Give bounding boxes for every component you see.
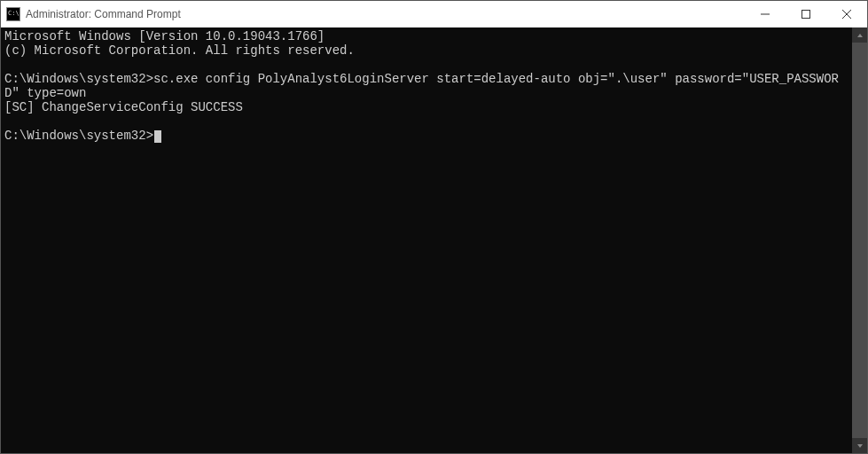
banner-line: (c) Microsoft Corporation. All rights re… <box>4 43 355 58</box>
titlebar[interactable]: C:\ Administrator: Command Prompt <box>1 1 867 27</box>
cmd-icon: C:\ <box>6 7 20 21</box>
close-button[interactable] <box>826 1 867 27</box>
scroll-down-button[interactable] <box>852 438 867 453</box>
window-controls <box>745 1 867 27</box>
banner-line: Microsoft Windows [Version 10.0.19043.17… <box>4 29 325 43</box>
scroll-up-button[interactable] <box>852 27 867 43</box>
window-title: Administrator: Command Prompt <box>26 8 181 20</box>
svg-marker-8 <box>857 444 863 448</box>
maximize-button[interactable] <box>786 1 826 27</box>
vertical-scrollbar[interactable] <box>852 27 867 453</box>
command-prompt-window: C:\ Administrator: Command Prompt Micros… <box>0 0 868 454</box>
minimize-button[interactable] <box>745 1 786 27</box>
scrollbar-track[interactable] <box>852 43 867 438</box>
prompt-path: C:\Windows\system32> <box>4 129 153 143</box>
command-result: [SC] ChangeServiceConfig SUCCESS <box>4 100 243 114</box>
prompt-path: C:\Windows\system32> <box>4 72 153 86</box>
console-output[interactable]: Microsoft Windows [Version 10.0.19043.17… <box>1 27 852 453</box>
svg-text:C:\: C:\ <box>8 10 20 17</box>
svg-rect-4 <box>802 11 810 19</box>
scrollbar-thumb[interactable] <box>852 43 867 438</box>
console-area: Microsoft Windows [Version 10.0.19043.17… <box>1 27 867 453</box>
cursor <box>154 130 161 143</box>
svg-marker-7 <box>857 34 863 37</box>
